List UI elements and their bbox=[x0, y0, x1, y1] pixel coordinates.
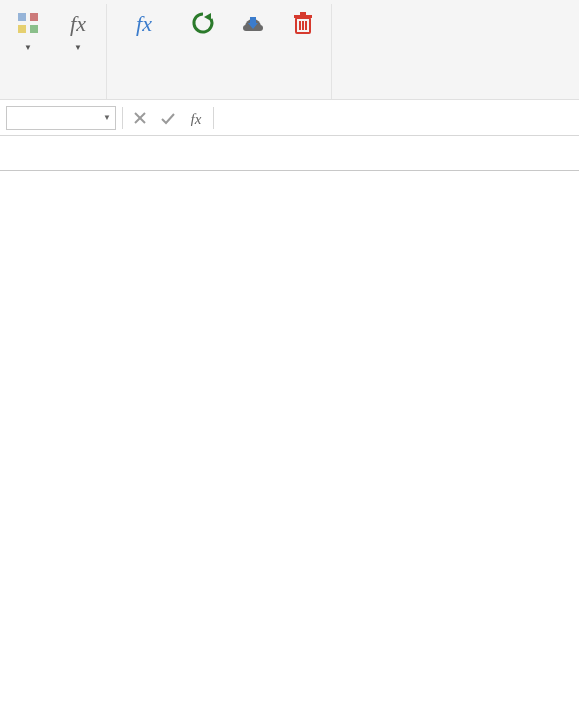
svg-rect-11 bbox=[294, 15, 312, 18]
name-box[interactable]: ▼ bbox=[6, 106, 116, 130]
refresh-button[interactable] bbox=[181, 4, 225, 78]
ribbon-group-actions: fx bbox=[107, 4, 332, 99]
save-button[interactable] bbox=[231, 4, 275, 78]
delete-icon bbox=[289, 6, 317, 40]
refresh-icon bbox=[189, 6, 217, 40]
dropdown-icon: ▼ bbox=[74, 43, 82, 52]
formula-input[interactable] bbox=[220, 108, 573, 127]
ribbon-group-account bbox=[332, 4, 579, 99]
reference-manager-button[interactable]: fx bbox=[113, 4, 175, 78]
separator bbox=[122, 107, 123, 129]
svg-rect-3 bbox=[30, 25, 38, 33]
svg-rect-12 bbox=[300, 12, 306, 15]
model-button[interactable]: ▼ bbox=[6, 4, 50, 78]
reference-manager-icon: fx bbox=[130, 6, 158, 40]
insert-function-button[interactable]: fx bbox=[185, 107, 207, 129]
svg-rect-0 bbox=[18, 13, 26, 21]
chevron-down-icon: ▼ bbox=[103, 113, 111, 122]
spreadsheet-grid[interactable] bbox=[0, 170, 579, 171]
separator bbox=[213, 107, 214, 129]
svg-rect-1 bbox=[30, 13, 38, 21]
svg-text:fx: fx bbox=[191, 111, 202, 126]
save-icon bbox=[239, 6, 267, 40]
cancel-formula-button[interactable] bbox=[129, 107, 151, 129]
svg-text:fx: fx bbox=[136, 11, 152, 36]
svg-marker-6 bbox=[204, 13, 211, 21]
formula-bar: ▼ fx bbox=[0, 100, 579, 136]
ribbon: ▼ fx ▼ fx bbox=[0, 0, 579, 100]
ribbon-group-tasks: ▼ fx ▼ bbox=[0, 4, 107, 99]
delete-button[interactable] bbox=[281, 4, 325, 78]
dropdown-icon: ▼ bbox=[24, 43, 32, 52]
formula-icon: fx bbox=[64, 6, 92, 40]
svg-rect-2 bbox=[18, 25, 26, 33]
svg-text:fx: fx bbox=[70, 11, 86, 36]
formula-button[interactable]: fx ▼ bbox=[56, 4, 100, 78]
enter-formula-button[interactable] bbox=[157, 107, 179, 129]
model-icon bbox=[14, 6, 42, 40]
